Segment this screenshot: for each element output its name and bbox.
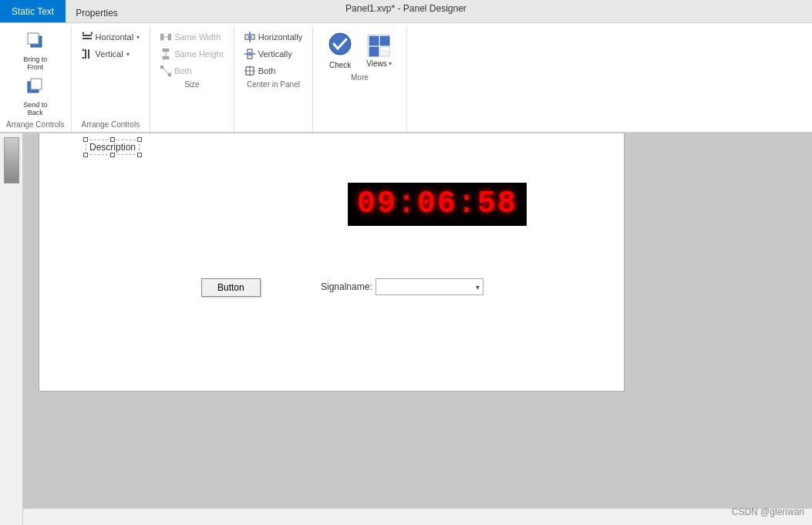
center-v-icon [244,49,255,59]
check-icon [328,32,352,61]
size-both-label: Both [174,66,192,76]
more-label: More [351,73,369,82]
same-width-icon [160,32,171,42]
size-buttons: Same Width Same Height [157,29,227,79]
align-section: Horizontal ▾ Vertical ▾ Arrange Controls [72,26,151,132]
svg-rect-36 [369,47,379,56]
svg-rect-5 [83,38,92,39]
size-section: Same Width Same Height [150,26,234,132]
svg-rect-9 [88,49,89,59]
svg-rect-12 [160,34,163,40]
svg-marker-28 [248,55,251,56]
tab-properties[interactable]: Properties [66,2,128,22]
svg-marker-27 [248,52,251,53]
send-to-back-button[interactable]: Send to Back [16,75,55,119]
same-height-label: Same Height [174,49,224,59]
svg-rect-18 [160,66,163,69]
svg-rect-37 [380,47,389,51]
views-dropdown-arrow[interactable]: ▾ [389,60,392,67]
horizontal-icon [82,32,93,42]
bring-front-label: Bring toFront [23,56,47,71]
vertical-icon [82,49,93,59]
svg-marker-7 [90,32,93,35]
same-width-button[interactable]: Same Width [157,29,227,45]
svg-marker-11 [82,57,85,59]
svg-rect-3 [31,79,42,89]
svg-rect-8 [85,49,86,59]
svg-rect-1 [28,33,39,44]
center-label: Center in Panel [241,80,306,89]
send-back-icon [26,77,45,99]
horizontal-dropdown-arrow[interactable]: ▾ [136,34,140,41]
svg-rect-16 [163,56,169,59]
center-horizontally-button[interactable]: Horizontally [241,29,306,45]
svg-marker-6 [82,32,84,35]
arrange-controls-label: Arrange Controls [78,120,144,129]
tab-static-text[interactable]: Static Text [0,0,66,22]
center-section: Horizontally Vertically [234,26,313,132]
center-buttons: Horizontally Vertically [241,29,306,79]
same-height-icon [160,49,171,59]
send-back-label: Send to Back [22,101,49,116]
same-width-label: Same Width [174,32,221,42]
more-section: Check Views ▾ [313,26,407,132]
send-to-back-section: Bring toFront Send to Back Arrange Contr… [0,26,72,132]
vertically-label: Vertically [258,49,292,59]
vertical-align-button[interactable]: Vertical ▾ [78,46,144,62]
arrange-label: Arrange Controls [6,120,65,129]
center-both-label: Both [258,66,276,76]
check-button[interactable]: Check [322,29,358,72]
bring-front-icon [26,32,45,54]
svg-marker-24 [251,35,252,39]
center-both-button[interactable]: Both [241,63,306,79]
horizontal-label: Horizontal [96,32,134,42]
svg-rect-4 [83,35,92,36]
same-height-button[interactable]: Same Height [157,46,227,62]
views-button[interactable]: Views ▾ [361,29,397,72]
size-label: Size [157,80,227,89]
ribbon-tabs: Static Text Properties [0,0,812,23]
center-both-icon [244,66,255,76]
svg-point-32 [329,33,351,55]
svg-line-20 [163,69,168,73]
svg-rect-19 [168,73,171,76]
more-buttons: Check Views ▾ [322,29,397,72]
horizontal-align-button[interactable]: Horizontal ▾ [78,29,144,45]
ribbon: Static Text Properties Bring toFront [0,0,812,133]
svg-rect-35 [380,36,389,45]
vertical-label: Vertical [96,49,123,59]
center-h-icon [244,32,255,42]
center-vertically-button[interactable]: Vertically [241,46,306,62]
views-icon [366,33,391,59]
vertical-dropdown-arrow[interactable]: ▾ [126,51,130,58]
bring-to-front-button[interactable]: Bring toFront [16,29,55,73]
svg-marker-10 [82,49,85,51]
horizontally-label: Horizontally [258,32,302,42]
size-both-button[interactable]: Both [157,63,227,79]
svg-marker-23 [248,35,249,39]
ribbon-body: Bring toFront Send to Back Arrange Contr… [0,23,812,133]
svg-rect-15 [163,49,169,52]
views-label: Views [366,59,387,68]
check-label: Check [329,61,351,69]
svg-rect-34 [369,36,379,45]
svg-rect-13 [168,34,171,40]
size-both-icon [160,66,171,76]
